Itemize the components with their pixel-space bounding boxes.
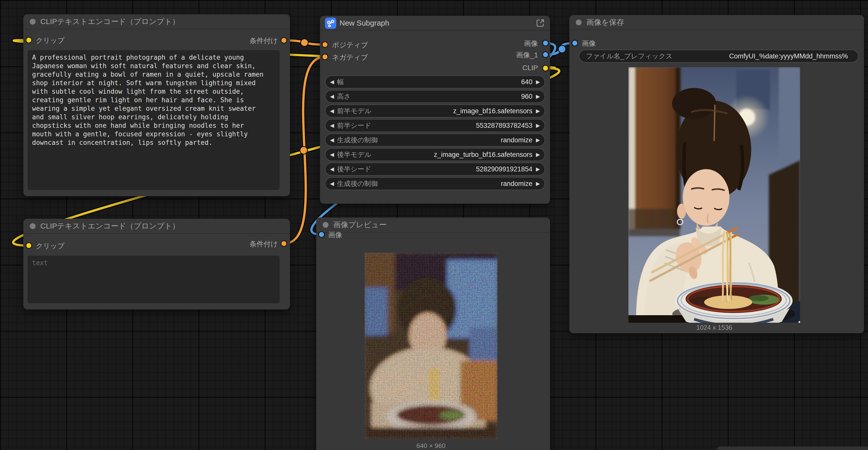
widget-label: 生成後の制御 bbox=[337, 179, 378, 188]
decrement-arrow-icon[interactable]: ◀ bbox=[330, 93, 334, 99]
conditioning-output-label: 条件付け bbox=[250, 239, 278, 249]
clip-input-label: クリップ bbox=[36, 36, 65, 45]
widget-row[interactable]: ◀ 高さ 960 ▶ bbox=[325, 90, 545, 103]
widget-row[interactable]: ◀ 生成後の制御 randomize ▶ bbox=[325, 133, 545, 147]
image-input-label: 画像 bbox=[582, 39, 596, 49]
node-title: CLIPテキストエンコード（プロンプト） bbox=[40, 221, 180, 231]
negative-input-port[interactable] bbox=[322, 54, 328, 60]
decrement-arrow-icon[interactable]: ◀ bbox=[330, 108, 334, 114]
link-dot-positive[interactable] bbox=[301, 39, 308, 46]
widget-list: ◀ 幅 640 ▶ ◀ 高さ 960 ▶ ◀ 前半モデル z_image_bf1… bbox=[325, 75, 545, 192]
image1-output-port[interactable] bbox=[542, 51, 549, 58]
node-clip-encode-positive[interactable]: CLIPテキストエンコード（プロンプト） クリップ 条件付け A profess… bbox=[23, 14, 290, 196]
conditioning-output-port[interactable] bbox=[281, 240, 287, 247]
widget-value: randomize bbox=[378, 136, 532, 144]
link-dot-image[interactable] bbox=[558, 45, 566, 53]
node-clip-encode-negative[interactable]: CLIPテキストエンコード（プロンプト） クリップ 条件付け text bbox=[23, 219, 290, 310]
image1-output-label: 画像_1 bbox=[516, 51, 538, 60]
image-input-label: 画像 bbox=[328, 230, 342, 240]
filename-prefix-label: ファイル名_プレフィックス bbox=[586, 52, 673, 61]
increment-arrow-icon[interactable]: ▶ bbox=[536, 166, 540, 172]
filename-prefix-widget[interactable]: ファイル名_プレフィックス ComfyUI_%date:yyyyMMdd_hhm… bbox=[579, 50, 859, 63]
increment-arrow-icon[interactable]: ▶ bbox=[536, 93, 540, 99]
widget-value: 553287893782453 bbox=[371, 122, 532, 130]
increment-arrow-icon[interactable]: ▶ bbox=[536, 108, 540, 114]
prompt-textarea[interactable]: A professional portrait photograph of a … bbox=[28, 50, 280, 190]
decrement-arrow-icon[interactable]: ◀ bbox=[330, 79, 334, 85]
widget-label: 幅 bbox=[337, 77, 344, 87]
node-title: CLIPテキストエンコード（プロンプト） bbox=[40, 17, 180, 27]
prompt-textarea-empty[interactable]: text bbox=[28, 256, 280, 303]
image-output-port[interactable] bbox=[542, 40, 549, 46]
collapse-dot-icon[interactable] bbox=[30, 19, 36, 25]
collapse-dot-icon[interactable] bbox=[323, 222, 329, 228]
link-dot-negative[interactable] bbox=[300, 147, 307, 154]
saved-image[interactable] bbox=[628, 67, 800, 323]
node-header[interactable]: 画像を保存 bbox=[569, 15, 864, 30]
negative-input-label: ネガティブ bbox=[332, 53, 368, 62]
decrement-arrow-icon[interactable]: ◀ bbox=[330, 137, 334, 143]
increment-arrow-icon[interactable]: ▶ bbox=[536, 181, 540, 187]
decrement-arrow-icon[interactable]: ◀ bbox=[330, 181, 334, 187]
widget-label: 生成後の制御 bbox=[337, 135, 378, 144]
positive-input-label: ポジティブ bbox=[332, 40, 368, 50]
node-image-preview[interactable]: 画像プレビュー 画像 bbox=[316, 218, 550, 450]
decrement-arrow-icon[interactable]: ◀ bbox=[330, 152, 334, 158]
increment-arrow-icon[interactable]: ▶ bbox=[536, 137, 540, 143]
collapse-dot-icon[interactable] bbox=[576, 20, 582, 25]
clip-input-port[interactable] bbox=[26, 242, 32, 249]
conditioning-output-label: 条件付け bbox=[250, 36, 278, 45]
widget-row[interactable]: ◀ 前半シード 553287893782453 ▶ bbox=[325, 119, 545, 132]
widget-label: 高さ bbox=[337, 92, 351, 101]
clip-output-label: CLIP bbox=[523, 64, 538, 72]
node-header[interactable]: 画像プレビュー bbox=[316, 218, 550, 232]
node-new-subgraph[interactable]: New Subgraph ポジティブ ネガティブ 画像 画像_1 CLIP ◀ … bbox=[320, 16, 550, 204]
node-header[interactable]: CLIPテキストエンコード（プロンプト） bbox=[23, 219, 290, 234]
partial-node-bottom-right[interactable] bbox=[717, 447, 868, 450]
widget-label: 前半モデル bbox=[337, 106, 371, 116]
decrement-arrow-icon[interactable]: ◀ bbox=[330, 123, 334, 129]
conditioning-output-port[interactable] bbox=[281, 37, 287, 43]
collapse-dot-icon[interactable] bbox=[30, 223, 36, 229]
increment-arrow-icon[interactable]: ▶ bbox=[536, 79, 540, 85]
preview-image[interactable] bbox=[365, 253, 497, 439]
node-header[interactable]: CLIPテキストエンコード（プロンプト） bbox=[23, 14, 290, 29]
image-input-port[interactable] bbox=[318, 231, 325, 238]
node-title: New Subgraph bbox=[340, 19, 389, 27]
node-title: 画像プレビュー bbox=[333, 220, 386, 230]
widget-value: 960 bbox=[351, 93, 532, 100]
node-header[interactable]: New Subgraph bbox=[320, 16, 550, 31]
filename-prefix-value: ComfyUI_%date:yyyyMMdd_hhmmss% bbox=[673, 52, 848, 60]
decrement-arrow-icon[interactable]: ◀ bbox=[330, 166, 334, 172]
save-size-caption: 1024 x 1536 bbox=[628, 324, 800, 331]
clip-input-label: クリップ bbox=[36, 241, 65, 251]
node-graph-canvas[interactable]: CLIPテキストエンコード（プロンプト） クリップ 条件付け A profess… bbox=[0, 0, 868, 450]
widget-label: 後半シード bbox=[337, 165, 371, 174]
widget-row[interactable]: ◀ 前半モデル z_image_bf16.safetensors ▶ bbox=[325, 104, 545, 118]
increment-arrow-icon[interactable]: ▶ bbox=[536, 123, 540, 129]
node-save-image[interactable]: 画像を保存 画像 ファイル名_プレフィックス ComfyUI_%date:yyy… bbox=[569, 15, 864, 333]
image-output-label: 画像 bbox=[524, 39, 538, 49]
clip-output-port[interactable] bbox=[542, 65, 549, 71]
node-title: 画像を保存 bbox=[586, 17, 624, 28]
preview-size-caption: 640 × 960 bbox=[365, 442, 497, 450]
widget-value: 640 bbox=[344, 78, 532, 86]
image-input-port[interactable] bbox=[571, 40, 578, 46]
widget-label: 後半モデル bbox=[337, 150, 371, 159]
widget-value: z_image_bf16.safetensors bbox=[371, 107, 532, 115]
widget-value: 528290991921854 bbox=[371, 165, 532, 173]
subgraph-icon bbox=[325, 18, 336, 29]
widget-value: randomize bbox=[378, 180, 532, 188]
expand-subgraph-icon[interactable] bbox=[535, 18, 545, 28]
widget-value: z_image_turbo_bf16.safetensors bbox=[371, 151, 532, 159]
image-resize-dot[interactable] bbox=[799, 321, 800, 323]
widget-row[interactable]: ◀ 幅 640 ▶ bbox=[325, 75, 545, 89]
clip-input-port[interactable] bbox=[26, 37, 32, 43]
increment-arrow-icon[interactable]: ▶ bbox=[536, 152, 540, 158]
positive-input-port[interactable] bbox=[322, 41, 328, 48]
widget-row[interactable]: ◀ 後半シード 528290991921854 ▶ bbox=[325, 163, 545, 175]
widget-row[interactable]: ◀ 生成後の制御 randomize ▶ bbox=[325, 177, 545, 190]
widget-row[interactable]: ◀ 後半モデル z_image_turbo_bf16.safetensors ▶ bbox=[325, 148, 545, 161]
widget-label: 前半シード bbox=[337, 121, 371, 130]
